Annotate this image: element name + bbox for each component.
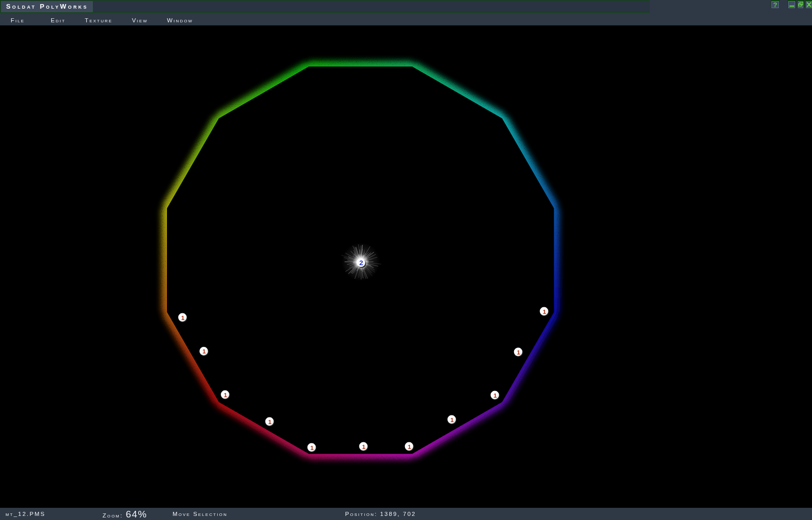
svg-text:2: 2 [359, 259, 363, 267]
svg-text:1: 1 [224, 392, 227, 398]
svg-text:1: 1 [181, 315, 185, 321]
svg-text:1: 1 [451, 417, 454, 423]
svg-text:1: 1 [268, 419, 272, 425]
svg-text:1: 1 [362, 444, 366, 450]
svg-text:1: 1 [517, 349, 521, 355]
svg-text:1: 1 [408, 444, 412, 450]
svg-text:1: 1 [311, 445, 314, 451]
svg-text:1: 1 [202, 348, 206, 354]
svg-text:1: 1 [494, 393, 497, 399]
svg-text:1: 1 [543, 309, 547, 315]
